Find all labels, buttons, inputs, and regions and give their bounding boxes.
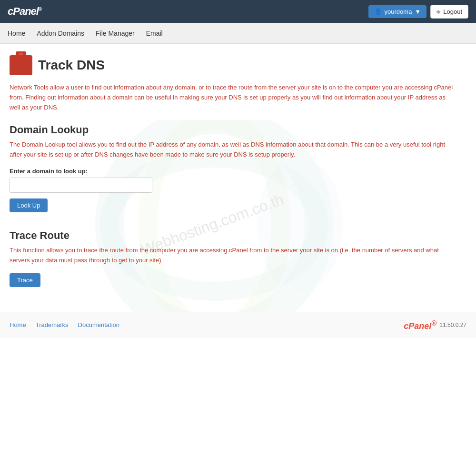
cpanel-logo: cPanel® — [8, 5, 41, 18]
logo-sup: ® — [39, 7, 41, 12]
trace-route-desc: This function allows you to trace the ro… — [10, 246, 457, 266]
logout-icon: ⎆ — [436, 8, 440, 15]
page-title-row: Track DNS — [10, 55, 457, 75]
domain-input[interactable] — [10, 178, 152, 193]
nav-file-manager[interactable]: File Manager — [96, 28, 135, 39]
domain-field-label: Enter a domain to look up: — [10, 168, 457, 175]
domain-input-wrapper — [10, 178, 457, 198]
top-bar-actions: 👤 yourdoma ▼ ⎆ Logout — [368, 5, 468, 19]
user-icon: 👤 — [374, 8, 382, 15]
nav-addon-domains[interactable]: Addon Domains — [37, 28, 84, 39]
footer-links: Home Trademarks Documentation — [10, 321, 119, 328]
trace-route-title: Trace Route — [10, 229, 457, 242]
footer-cpanel-logo: cPanel® — [404, 319, 436, 331]
footer-version: 11.50.0.27 — [439, 322, 466, 328]
domain-lookup-desc: The Domain Lookup tool allows you to fin… — [10, 140, 457, 160]
footer-right: cPanel® 11.50.0.27 — [404, 319, 466, 331]
content-inner: Track DNS Network Tools allow a user to … — [10, 55, 457, 300]
footer-trademarks-link[interactable]: Trademarks — [36, 321, 69, 328]
username-label: yourdoma — [385, 8, 412, 15]
nav-email[interactable]: Email — [146, 28, 163, 39]
footer-logo-text: cPanel — [404, 321, 431, 331]
top-bar: cPanel® 👤 yourdoma ▼ ⎆ Logout — [0, 0, 476, 23]
footer-documentation-link[interactable]: Documentation — [78, 321, 119, 328]
lookup-button[interactable]: Look Up — [10, 198, 48, 212]
chevron-down-icon: ▼ — [415, 8, 421, 15]
footer-home-link[interactable]: Home — [10, 321, 26, 328]
domain-lookup-title: Domain Lookup — [10, 124, 457, 136]
user-menu-button[interactable]: 👤 yourdoma ▼ — [368, 5, 427, 18]
trace-button[interactable]: Trace — [10, 273, 40, 287]
main-content: Webhosting.com.co.th Track DNS Network T… — [0, 44, 466, 312]
toolbox-icon — [10, 55, 32, 75]
nav-home[interactable]: Home — [8, 28, 25, 39]
page-title: Track DNS — [38, 58, 105, 73]
footer: Home Trademarks Documentation cPanel® 11… — [0, 312, 476, 338]
footer-logo-sup: ® — [431, 319, 436, 327]
logo-text: cPanel — [8, 5, 39, 17]
intro-text: Network Tools allow a user to find out i… — [10, 83, 457, 112]
logout-button[interactable]: ⎆ Logout — [430, 5, 468, 19]
secondary-nav: Home Addon Domains File Manager Email — [0, 23, 476, 44]
logout-label: Logout — [443, 8, 462, 15]
